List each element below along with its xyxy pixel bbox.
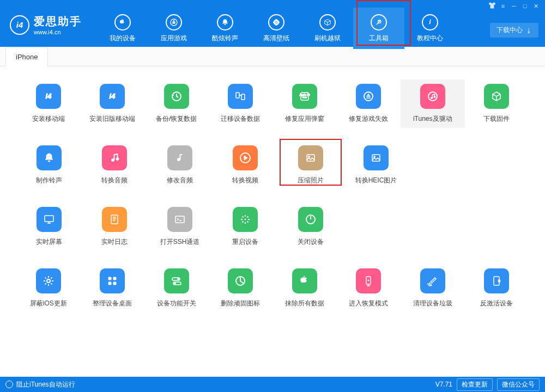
tool-3-5[interactable]: 进入恢复模式 — [337, 264, 401, 313]
nav-6[interactable]: i教程中心 — [404, 8, 456, 49]
tool-0-2[interactable]: 备份/恢复数据 — [144, 79, 209, 128]
svg-text:i4: i4 — [110, 92, 116, 100]
appstore-icon — [356, 84, 381, 109]
tool-0-6[interactable]: iTunes及驱动 — [401, 79, 465, 128]
app-url: www.i4.cn — [34, 29, 82, 35]
play-icon — [233, 145, 258, 170]
svg-text:i: i — [429, 19, 431, 25]
nav-2[interactable]: 酷炫铃声 — [199, 8, 251, 49]
tool-1-0[interactable]: 制作铃声 — [16, 141, 82, 189]
recover-icon — [356, 268, 381, 293]
nav-bar: 我的设备应用游戏酷炫铃声高清壁纸刷机越狱工具箱i教程中心 — [97, 8, 456, 49]
svg-point-8 — [274, 23, 276, 24]
log-icon — [102, 207, 127, 232]
tool-2-3[interactable]: 重启设备 — [213, 203, 278, 251]
tool-2-1[interactable]: 实时日志 — [82, 203, 147, 251]
tool-2-4[interactable]: 关闭设备 — [278, 203, 343, 251]
tool-1-3[interactable]: 转换视频 — [213, 141, 278, 189]
power-icon — [298, 207, 323, 232]
itunes-icon — [420, 84, 445, 109]
svg-point-34 — [245, 219, 246, 220]
svg-rect-33 — [175, 216, 184, 223]
footer: 阻止iTunes自动运行 V7.71 检查更新 微信公众号 — [0, 377, 545, 392]
svg-rect-48 — [494, 277, 499, 285]
music-icon — [102, 145, 127, 170]
svg-point-24 — [116, 158, 119, 161]
app-name: 爱思助手 — [34, 14, 82, 29]
tool-0-3[interactable]: 迁移设备数据 — [209, 79, 273, 128]
nav-5[interactable]: 工具箱 — [353, 8, 404, 49]
tool-0-4[interactable]: Apple ID修复应用弹窗 — [272, 79, 337, 128]
apple-icon — [292, 268, 317, 293]
block-itunes-label[interactable]: 阻止iTunes自动运行 — [16, 380, 75, 389]
svg-point-42 — [177, 278, 179, 280]
tool-3-2[interactable]: 设备功能开关 — [144, 264, 209, 313]
svg-rect-15 — [241, 94, 245, 100]
svg-rect-32 — [111, 215, 118, 224]
svg-text:i4: i4 — [45, 92, 52, 100]
svg-text:Apple ID: Apple ID — [299, 93, 310, 96]
tool-3-0[interactable]: 屏蔽iOS更新 — [16, 264, 81, 313]
minimize-icon[interactable]: ─ — [509, 2, 519, 10]
svg-point-44 — [174, 283, 175, 284]
tool-1-4[interactable]: 压缩照片 — [278, 141, 343, 189]
tool-1-1[interactable]: 转换音频 — [82, 141, 147, 189]
deact-icon — [484, 268, 509, 293]
svg-rect-40 — [113, 282, 116, 285]
tool-grid: i4安装移动端i4安装旧版移动端备份/恢复数据迁移设备数据Apple ID修复应… — [0, 66, 545, 377]
maximize-icon[interactable]: □ — [520, 2, 530, 10]
music2-icon — [167, 145, 192, 170]
tab-iphone[interactable]: iPhone — [5, 47, 48, 66]
grid-icon — [100, 268, 125, 293]
tool-1-5[interactable]: 转换HEIC图片 — [343, 141, 409, 189]
nav-icon — [319, 14, 336, 30]
svg-rect-27 — [307, 155, 314, 161]
svg-point-7 — [277, 20, 278, 22]
svg-point-36 — [47, 279, 50, 283]
svg-point-6 — [274, 20, 276, 22]
restore-icon — [164, 84, 189, 109]
svg-rect-31 — [45, 216, 53, 222]
svg-point-47 — [368, 280, 369, 281]
logo: i4 爱思助手 www.i4.cn — [10, 14, 82, 35]
appleid-icon: Apple ID — [292, 84, 317, 109]
nav-3[interactable]: 高清壁纸 — [251, 8, 302, 49]
tool-0-1[interactable]: i4安装旧版移动端 — [81, 79, 145, 128]
tool-3-3[interactable]: 删除顽固图标 — [209, 264, 273, 313]
version-label: V7.71 — [435, 381, 452, 388]
svg-rect-39 — [108, 282, 111, 285]
tool-0-5[interactable]: 修复游戏失效 — [337, 79, 401, 128]
nav-0[interactable]: 我的设备 — [97, 8, 148, 49]
wechat-button[interactable]: 微信公众号 — [497, 378, 540, 391]
gear-icon — [36, 268, 61, 293]
svg-rect-38 — [113, 277, 116, 280]
tool-2-2[interactable]: 打开SSH通道 — [147, 203, 213, 251]
tool-3-4[interactable]: 抹除所有数据 — [272, 264, 337, 313]
bell-icon — [37, 145, 62, 170]
spin-icon — [233, 207, 258, 232]
tool-3-1[interactable]: 整理设备桌面 — [81, 264, 145, 313]
tool-0-7[interactable]: 下载固件 — [465, 79, 529, 128]
tool-3-6[interactable]: 清理设备垃圾 — [401, 264, 465, 313]
tool-1-2[interactable]: 修改音频 — [147, 141, 213, 189]
nav-1[interactable]: 应用游戏 — [148, 8, 199, 49]
check-update-button[interactable]: 检查更新 — [457, 378, 493, 391]
status-circle-icon — [5, 381, 13, 388]
tool-2-0[interactable]: 实时屏幕 — [16, 203, 82, 251]
close-icon[interactable]: ✕ — [531, 2, 541, 10]
window-controls: ≡ ─ □ ✕ — [487, 2, 541, 10]
logo-badge-icon: i4 — [10, 15, 29, 35]
menu-icon[interactable]: ≡ — [498, 2, 508, 10]
tool-3-7[interactable]: 反激活设备 — [465, 264, 529, 313]
nav-icon: i — [422, 14, 438, 30]
nav-icon — [166, 14, 182, 30]
nav-icon — [268, 14, 284, 30]
svg-rect-14 — [236, 93, 239, 98]
i4-icon: i4 — [36, 84, 61, 109]
nav-4[interactable]: 刷机越狱 — [302, 8, 353, 49]
download-center-button[interactable]: 下载中心⭳ — [490, 23, 538, 38]
i4-icon: i4 — [100, 84, 125, 109]
shirt-icon[interactable] — [487, 2, 497, 10]
svg-rect-18 — [302, 97, 307, 98]
tool-0-0[interactable]: i4安装移动端 — [16, 79, 81, 128]
